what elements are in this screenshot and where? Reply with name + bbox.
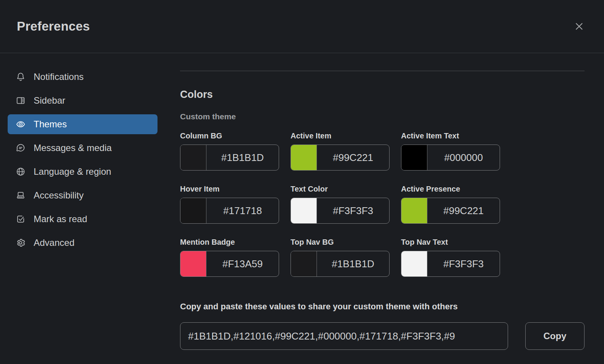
page-title: Preferences <box>17 19 90 34</box>
color-swatch[interactable] <box>180 145 206 170</box>
section-title-colors: Colors <box>180 88 585 101</box>
color-field-box <box>401 198 500 224</box>
color-swatch[interactable] <box>180 251 206 276</box>
color-hex-input[interactable] <box>427 145 500 170</box>
share-instruction: Copy and paste these values to share you… <box>180 301 585 312</box>
color-field-label: Active Presence <box>401 184 500 194</box>
sidebar-item-notifications[interactable]: Notifications <box>8 67 157 87</box>
color-field-mention-badge: Mention Badge <box>180 237 279 277</box>
close-icon <box>574 21 584 31</box>
sidebar-item-themes[interactable]: Themes <box>8 114 157 134</box>
message-icon <box>16 143 26 153</box>
close-button[interactable] <box>573 20 586 33</box>
bell-icon <box>16 72 26 82</box>
color-field-box <box>180 251 279 277</box>
color-field-label: Active Item Text <box>401 131 500 141</box>
color-swatch[interactable] <box>291 198 317 223</box>
color-hex-input[interactable] <box>317 251 389 276</box>
color-field-box <box>180 198 279 224</box>
color-field-box <box>291 251 390 277</box>
color-swatch[interactable] <box>401 251 427 276</box>
share-row: Copy <box>180 322 585 350</box>
color-hex-input[interactable] <box>206 251 279 276</box>
sidebar-item-advanced[interactable]: Advanced <box>8 233 157 253</box>
color-hex-input[interactable] <box>317 198 389 223</box>
color-swatch[interactable] <box>291 251 317 276</box>
color-hex-input[interactable] <box>427 251 500 276</box>
dialog-header: Preferences <box>0 0 604 53</box>
color-swatch[interactable] <box>401 145 427 170</box>
color-field-label: Top Nav BG <box>291 237 390 247</box>
color-swatch[interactable] <box>291 145 317 170</box>
sidebar-item-label: Sidebar <box>34 95 65 106</box>
color-field-top-nav-text: Top Nav Text <box>401 237 500 277</box>
color-field-box <box>401 145 500 171</box>
color-hex-input[interactable] <box>427 198 500 223</box>
color-swatch[interactable] <box>180 198 206 223</box>
sidebar-item-label: Themes <box>34 119 67 130</box>
color-field-top-nav-bg: Top Nav BG <box>291 237 390 277</box>
color-field-active-item-text: Active Item Text <box>401 131 500 171</box>
color-field-box <box>180 145 279 171</box>
custom-theme-color-grid: Column BG Active Item Active Item Text H… <box>180 131 585 277</box>
keyboard-icon <box>16 190 26 200</box>
sidebar-item-label: Notifications <box>34 72 84 82</box>
sidebar-item-mark-as-read[interactable]: Mark as read <box>8 209 157 229</box>
color-field-box <box>291 198 390 224</box>
color-field-label: Column BG <box>180 131 279 141</box>
color-hex-input[interactable] <box>317 145 389 170</box>
gear-icon <box>16 238 26 248</box>
copy-button[interactable]: Copy <box>525 322 585 350</box>
color-field-label: Active Item <box>291 131 390 141</box>
theme-share-input[interactable] <box>180 322 508 350</box>
sidebar-item-language-region[interactable]: Language & region <box>8 162 157 182</box>
content-divider <box>180 71 585 71</box>
color-hex-input[interactable] <box>206 198 279 223</box>
eye-icon <box>16 119 26 129</box>
sidebar-icon <box>16 96 26 106</box>
sidebar-item-label: Messages & media <box>34 143 112 153</box>
color-field-label: Text Color <box>291 184 390 194</box>
color-field-active-item: Active Item <box>291 131 390 171</box>
sidebar-item-messages-media[interactable]: Messages & media <box>8 138 157 158</box>
check-square-icon <box>16 214 26 224</box>
themes-panel: Colors Custom theme Column BG Active Ite… <box>171 53 604 364</box>
color-field-label: Top Nav Text <box>401 237 500 247</box>
sidebar-item-label: Mark as read <box>34 214 87 224</box>
color-field-text-color: Text Color <box>291 184 390 224</box>
color-hex-input[interactable] <box>206 145 279 170</box>
color-field-column-bg: Column BG <box>180 131 279 171</box>
color-swatch[interactable] <box>401 198 427 223</box>
color-field-label: Mention Badge <box>180 237 279 247</box>
sidebar-item-label: Advanced <box>34 237 75 248</box>
color-field-hover-item: Hover Item <box>180 184 279 224</box>
sidebar-item-label: Language & region <box>34 166 111 177</box>
color-field-box <box>291 145 390 171</box>
color-field-active-presence: Active Presence <box>401 184 500 224</box>
globe-icon <box>16 167 26 177</box>
color-field-box <box>401 251 500 277</box>
sidebar-item-accessibility[interactable]: Accessibility <box>8 185 157 205</box>
preferences-sidebar: Notifications Sidebar Themes Messages & … <box>0 53 171 364</box>
color-field-label: Hover Item <box>180 184 279 194</box>
preferences-dialog: Preferences Notifications Sidebar Themes… <box>0 0 604 364</box>
sidebar-item-sidebar[interactable]: Sidebar <box>8 91 157 110</box>
subsection-title-custom-theme: Custom theme <box>180 112 585 122</box>
sidebar-item-label: Accessibility <box>34 190 84 201</box>
